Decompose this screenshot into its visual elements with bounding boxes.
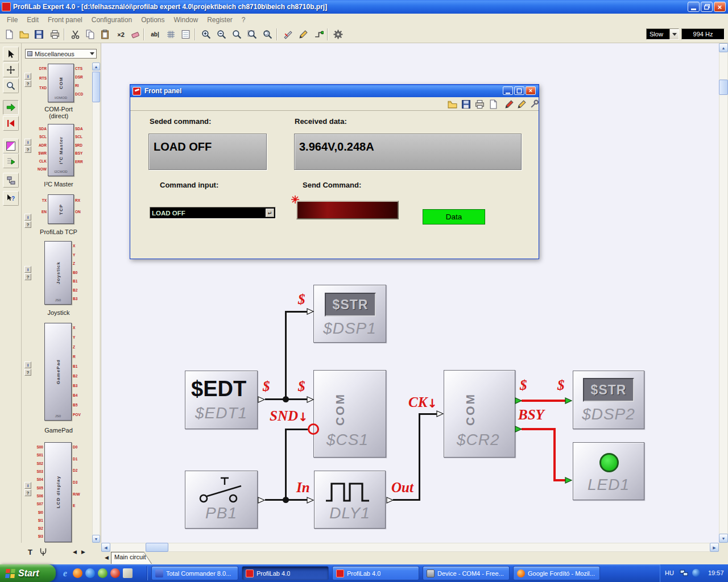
task-google-translate[interactable]: Google Fordító - Mozil... [513,566,600,580]
info-button[interactable]: i [24,266,31,273]
blocks-tool-button[interactable] [3,173,19,188]
zoom-out-button[interactable] [214,27,229,41]
internet-explorer-icon[interactable]: e [60,568,70,578]
menu-help[interactable]: ? [237,15,250,25]
help-button[interactable]: ? [24,273,31,280]
menu-edit[interactable]: Edit [22,15,43,25]
command-input-field[interactable]: LOAD OFF ↵ [150,207,276,219]
fp-save-button[interactable] [460,98,471,110]
palette-scrollbar[interactable] [92,63,100,543]
input-pin[interactable] [307,396,315,404]
scroll-right-button[interactable]: ▶ [710,543,719,552]
wire-cut-button[interactable] [281,27,295,41]
block-dsp1[interactable]: $STR $DSP1 [313,285,386,343]
input-pin[interactable] [307,496,315,504]
text-tool-icon[interactable]: T [25,547,35,557]
block-pb1[interactable]: PB1 [185,471,258,529]
save-button[interactable] [32,27,46,41]
restore-button[interactable] [701,2,713,12]
scroll-left-icon[interactable]: ◀ [73,550,77,555]
palette-chip-profilab-tcp[interactable]: TCP [48,194,74,224]
info-button[interactable]: i [24,214,31,221]
run-button[interactable] [3,100,19,115]
input-pin[interactable] [307,307,315,315]
close-button[interactable]: × [526,86,536,95]
help-button[interactable]: ? [24,146,31,153]
tray-icon[interactable] [692,569,700,577]
input-pin[interactable] [565,476,573,484]
info-button[interactable]: i [24,361,31,368]
firefox-icon[interactable] [73,568,82,578]
menu-front-panel[interactable]: Front panel [43,15,87,25]
quick-launch-icon[interactable] [110,568,120,578]
grid-page-button[interactable] [179,27,193,41]
speed-dropdown-button[interactable] [669,29,679,39]
delete-button[interactable] [129,27,143,41]
reset-button[interactable] [3,116,19,131]
fp-open-button[interactable] [446,98,458,110]
help-button[interactable]: ? [24,489,31,496]
output-pin[interactable] [515,397,523,405]
minimize-button[interactable] [688,2,700,12]
fp-print-button[interactable] [474,98,485,110]
wire-draw-button[interactable] [296,27,311,41]
fp-copy-button[interactable] [487,98,499,110]
scrollbar-thumb[interactable] [146,543,168,552]
data-button[interactable]: Data [423,209,485,225]
vertical-scrollbar[interactable] [719,43,728,543]
output-pin[interactable] [258,396,266,404]
task-profilab-active[interactable]: ProfiLab 4.0 [242,566,329,580]
scroll-up-button[interactable]: ▲ [92,63,100,70]
help-button[interactable]: ? [24,80,31,87]
block-cr2[interactable]: COM $CR2 [444,370,515,458]
copy-button[interactable] [83,27,97,41]
palette-chip-gamepad[interactable]: GamePad [44,323,72,421]
open-file-button[interactable] [17,27,31,41]
output-pin[interactable] [386,496,394,504]
scroll-down-button[interactable]: ▼ [719,534,728,543]
block-edt1[interactable]: $EDT $EDT1 [185,371,258,429]
tab-scroll-left[interactable]: ◀ [105,555,109,560]
palette-chip-i2c-master[interactable]: I²C Master [48,124,74,176]
grid-toggle-button[interactable] [164,27,178,41]
language-indicator[interactable]: HU [665,569,674,576]
fp-draw-button[interactable] [516,98,527,110]
paste-button[interactable] [98,27,112,41]
enter-button[interactable]: ↵ [266,209,274,217]
minimize-button[interactable] [503,86,513,95]
task-total-commander[interactable]: Total Commander 8.0... [151,566,238,580]
network-icon[interactable] [680,569,688,577]
menu-file[interactable]: File [2,15,22,25]
front-panel-titlebar[interactable]: Front panel × [130,85,539,97]
cut-button[interactable] [68,27,82,41]
info-button[interactable]: i [24,139,31,146]
block-cs1[interactable]: COM $CS1 [313,370,386,458]
output-pin[interactable] [515,425,523,433]
tab-main-circuit[interactable]: Main circuit [111,552,152,564]
input-pin[interactable] [565,397,573,405]
palette-chip-lcd-display[interactable]: LCD display [44,442,72,542]
duplicate-button[interactable]: ×2 [114,27,128,41]
close-button[interactable]: × [714,2,726,12]
settings-button[interactable] [331,27,345,41]
block-led1[interactable]: LED1 [573,442,644,500]
print-button[interactable] [48,27,62,41]
send-command-field[interactable] [296,201,399,219]
output-pin[interactable] [258,496,266,504]
info-button[interactable]: i [24,73,31,80]
simulation-speed-select[interactable]: Slow [646,28,679,40]
draw-mode-button[interactable] [3,139,19,153]
start-button[interactable]: Start [0,564,56,582]
palette-category-select[interactable]: Miscellaneous [25,49,97,59]
input-pin[interactable] [436,410,444,418]
block-dly1[interactable]: DLY1 [314,471,386,529]
zoom-tool-button[interactable] [3,78,19,93]
scroll-down-button[interactable]: ▼ [92,535,100,543]
horizontal-scrollbar[interactable] [101,543,719,552]
zoom-in-button[interactable] [199,27,213,41]
scroll-right-icon[interactable]: ▶ [81,550,85,555]
zoom-fit-button[interactable] [245,27,259,41]
text-label-button[interactable]: ab| [148,27,162,41]
merge-tool-icon[interactable] [39,547,48,556]
show-desktop-icon[interactable] [123,568,133,578]
